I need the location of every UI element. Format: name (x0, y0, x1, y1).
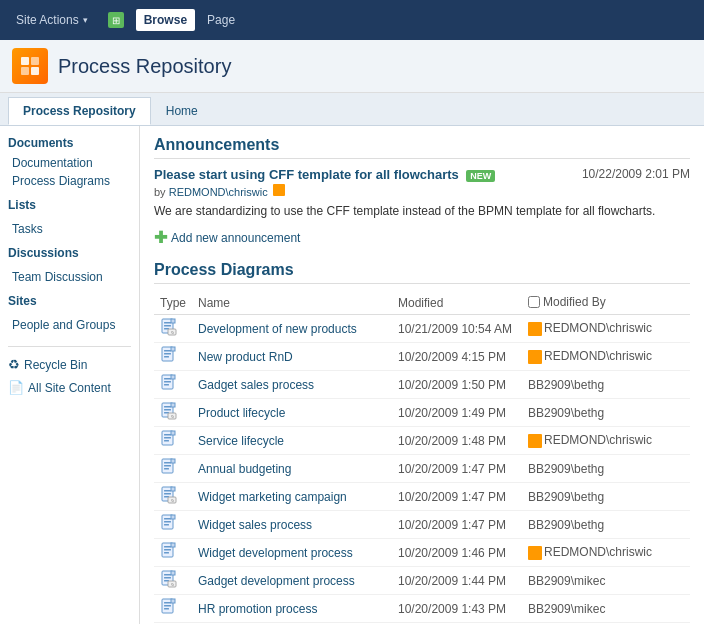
row-name[interactable]: Gadget development process (192, 567, 392, 595)
col-header-type: Type (154, 292, 192, 315)
announcement-title-link[interactable]: Please start using CFF template for all … (154, 167, 459, 182)
author-icon (273, 184, 285, 196)
row-modified-by: REDMOND\chriswic (522, 343, 690, 371)
svg-rect-22 (164, 406, 171, 408)
process-name-link[interactable]: Widget sales process (198, 518, 312, 532)
row-type-icon (154, 511, 192, 539)
col-header-name: Name (192, 292, 392, 315)
row-name[interactable]: New product RnD (192, 343, 392, 371)
sidebar-item-process-diagrams[interactable]: Process Diagrams (8, 172, 131, 190)
nav-green-icon-button[interactable]: ⊞ (100, 8, 132, 32)
svg-rect-12 (164, 350, 171, 352)
process-name-link[interactable]: Widget marketing campaign (198, 490, 347, 504)
browse-tab[interactable]: Browse (136, 9, 195, 31)
table-row: Annual budgeting10/20/2009 1:47 PMBB2909… (154, 455, 690, 483)
row-modified-by: BB2909\mikec (522, 567, 690, 595)
svg-rect-49 (171, 515, 175, 519)
select-all-checkbox[interactable] (528, 296, 540, 308)
table-row: Service lifecycle10/20/2009 1:48 PMREDMO… (154, 427, 690, 455)
row-modified: 10/20/2009 1:46 PM (392, 539, 522, 567)
row-type-icon: ↻ (154, 567, 192, 595)
svg-rect-20 (171, 375, 175, 379)
process-name-link[interactable]: Development of new products (198, 322, 357, 336)
main-layout: Documents Documentation Process Diagrams… (0, 126, 704, 624)
svg-rect-13 (164, 353, 171, 355)
svg-rect-31 (164, 440, 169, 442)
site-actions-menu[interactable]: Site Actions ▾ (8, 9, 96, 31)
announcement-author[interactable]: REDMOND\chriswic (169, 186, 268, 198)
tab-bar: Process Repository Home (0, 93, 704, 126)
announcement-date: 10/22/2009 2:01 PM (582, 167, 690, 181)
tab-process-repository[interactable]: Process Repository (8, 97, 151, 125)
table-row: ↻ Development of new products10/21/2009 … (154, 315, 690, 343)
user-icon (528, 434, 542, 448)
svg-rect-59 (171, 571, 175, 575)
svg-rect-0 (21, 57, 29, 65)
svg-rect-42 (171, 487, 175, 491)
row-name[interactable]: Gadget sales process (192, 371, 392, 399)
sidebar-recycle-bin[interactable]: ♻ Recycle Bin (8, 355, 131, 374)
row-type-icon (154, 595, 192, 623)
announcement-meta: by REDMOND\chriswic (154, 184, 690, 198)
table-row: New product RnD10/20/2009 4:15 PMREDMOND… (154, 343, 690, 371)
process-name-link[interactable]: HR promotion process (198, 602, 317, 616)
sidebar-item-people-groups[interactable]: People and Groups (8, 316, 131, 334)
col-header-modified: Modified (392, 292, 522, 315)
svg-rect-6 (164, 325, 171, 327)
svg-rect-25 (171, 403, 175, 407)
recycle-bin-icon: ♻ (8, 357, 20, 372)
svg-rect-56 (164, 574, 171, 576)
svg-rect-54 (171, 543, 175, 547)
table-row: Widget development process10/20/2009 1:4… (154, 539, 690, 567)
row-name[interactable]: Annual budgeting (192, 455, 392, 483)
row-modified-by: BB2909\bethg (522, 371, 690, 399)
svg-rect-53 (164, 552, 169, 554)
row-modified: 10/20/2009 1:47 PM (392, 455, 522, 483)
row-modified: 10/20/2009 1:44 PM (392, 567, 522, 595)
row-type-icon: ↻ (154, 399, 192, 427)
row-type-icon (154, 371, 192, 399)
sidebar-item-tasks[interactable]: Tasks (8, 220, 131, 238)
row-modified: 10/20/2009 1:48 PM (392, 427, 522, 455)
svg-rect-32 (171, 431, 175, 435)
row-name[interactable]: Widget development process (192, 539, 392, 567)
row-modified: 10/21/2009 10:54 AM (392, 315, 522, 343)
svg-rect-36 (164, 468, 169, 470)
process-name-link[interactable]: New product RnD (198, 350, 293, 364)
add-announcement-button[interactable]: ✚ Add new announcement (154, 228, 690, 247)
row-name[interactable]: Development of new products (192, 315, 392, 343)
svg-rect-8 (171, 319, 175, 323)
sidebar: Documents Documentation Process Diagrams… (0, 126, 140, 624)
svg-rect-48 (164, 524, 169, 526)
process-name-link[interactable]: Service lifecycle (198, 434, 284, 448)
process-name-link[interactable]: Widget development process (198, 546, 353, 560)
svg-rect-51 (164, 546, 171, 548)
sidebar-item-documentation[interactable]: Documentation (8, 154, 131, 172)
table-row: Gadget sales process10/20/2009 1:50 PMBB… (154, 371, 690, 399)
process-diagrams-title: Process Diagrams (154, 261, 690, 284)
svg-rect-1 (31, 57, 39, 65)
row-modified-by: BB2909\mikec (522, 595, 690, 623)
svg-rect-57 (164, 577, 171, 579)
svg-rect-23 (164, 409, 171, 411)
row-name[interactable]: Service lifecycle (192, 427, 392, 455)
nav-green-icon: ⊞ (108, 12, 124, 28)
sidebar-item-team-discussion[interactable]: Team Discussion (8, 268, 131, 286)
svg-rect-39 (164, 490, 171, 492)
process-name-link[interactable]: Gadget development process (198, 574, 355, 588)
process-name-link[interactable]: Gadget sales process (198, 378, 314, 392)
row-name[interactable]: HR promotion process (192, 595, 392, 623)
tab-home[interactable]: Home (151, 97, 213, 125)
sidebar-all-site-content[interactable]: 📄 All Site Content (8, 378, 131, 397)
site-header: Process Repository (0, 40, 704, 93)
row-name[interactable]: Product lifecycle (192, 399, 392, 427)
user-icon (528, 350, 542, 364)
page-tab[interactable]: Page (199, 9, 243, 31)
process-name-link[interactable]: Annual budgeting (198, 462, 291, 476)
col-header-modified-by: Modified By (522, 292, 690, 315)
row-name[interactable]: Widget marketing campaign (192, 483, 392, 511)
row-name[interactable]: Widget sales process (192, 511, 392, 539)
site-logo (12, 48, 48, 84)
user-icon (528, 322, 542, 336)
process-name-link[interactable]: Product lifecycle (198, 406, 285, 420)
